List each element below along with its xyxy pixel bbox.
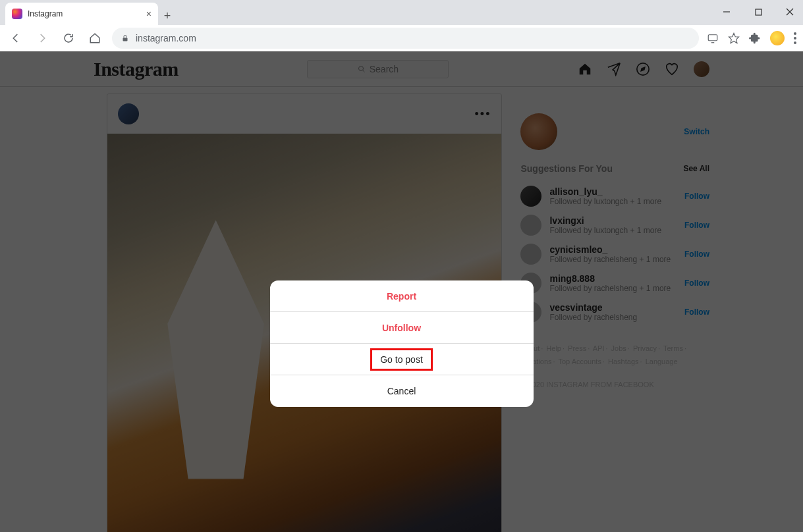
close-window-icon[interactable] <box>781 3 799 21</box>
modal-unfollow-button[interactable]: Unfollow <box>270 312 534 344</box>
modal-cancel-button[interactable]: Cancel <box>270 375 534 407</box>
forward-button[interactable] <box>33 29 51 47</box>
svg-rect-1 <box>756 9 761 15</box>
svg-point-10 <box>794 41 796 44</box>
tab-strip: Instagram × + <box>0 0 803 25</box>
new-tab-button[interactable]: + <box>158 7 177 25</box>
reload-button[interactable] <box>59 29 78 47</box>
instagram-favicon-icon <box>12 9 22 19</box>
extension-avatar-icon[interactable] <box>770 31 785 45</box>
browser-toolbar: instagram.com <box>0 25 803 51</box>
back-button[interactable] <box>7 29 25 47</box>
home-button[interactable] <box>86 29 104 47</box>
lock-icon <box>121 34 129 42</box>
svg-point-8 <box>794 32 796 35</box>
modal-go-to-post-button[interactable]: Go to post <box>270 344 534 375</box>
toolbar-right <box>707 31 796 45</box>
bookmark-star-icon[interactable] <box>728 32 740 44</box>
kebab-menu-icon[interactable] <box>794 32 796 44</box>
svg-rect-4 <box>123 38 128 41</box>
svg-marker-7 <box>729 34 739 43</box>
url-text: instagram.com <box>136 33 196 43</box>
install-icon[interactable] <box>707 32 719 44</box>
svg-rect-5 <box>708 35 717 41</box>
close-tab-icon[interactable]: × <box>146 9 152 19</box>
minimize-icon[interactable] <box>717 3 736 21</box>
window-controls <box>717 3 799 21</box>
browser-tab[interactable]: Instagram × <box>5 3 158 25</box>
browser-chrome: Instagram × + <box>0 0 803 51</box>
maximize-icon[interactable] <box>749 3 767 21</box>
svg-point-9 <box>794 37 796 40</box>
extensions-icon[interactable] <box>749 32 761 44</box>
address-bar[interactable]: instagram.com <box>112 28 699 49</box>
page-content: Instagram Search <box>0 51 803 532</box>
post-options-modal: Report Unfollow Go to post Cancel <box>270 280 534 407</box>
tab-title: Instagram <box>28 9 63 18</box>
modal-report-button[interactable]: Report <box>270 280 534 312</box>
